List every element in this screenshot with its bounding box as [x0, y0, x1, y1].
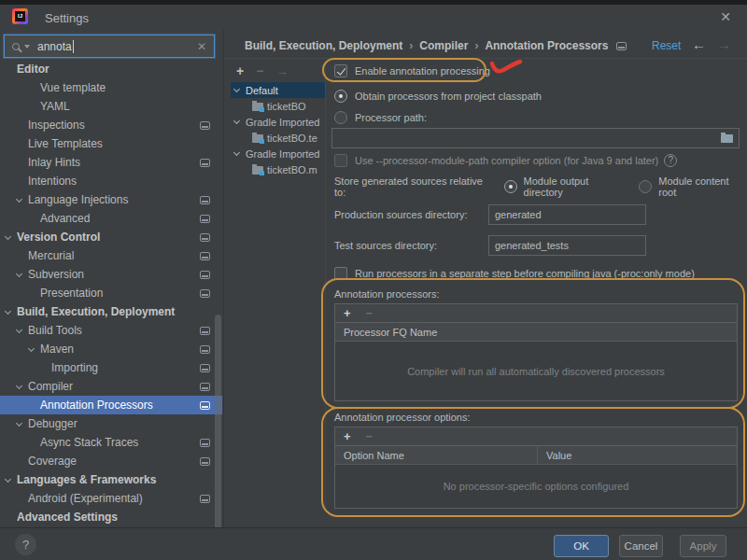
sidebar-item-advanced-settings[interactable]: Advanced Settings — [0, 508, 222, 526]
sidebar-item-label: Languages & Frameworks — [17, 473, 156, 486]
move-profile-button[interactable]: → — [275, 64, 288, 78]
sidebar-item-inlay-hints[interactable]: Inlay Hints — [0, 153, 222, 172]
jump-to-source-icon — [200, 252, 210, 260]
processors-table: + − Processor FQ Name Compiler will run … — [334, 303, 738, 401]
module-path-option-checkbox[interactable] — [334, 154, 347, 167]
module-folder-icon — [252, 166, 263, 175]
sidebar-item-label: Language Injections — [28, 193, 128, 206]
profile-item-gradle-imported[interactable]: Gradle Imported — [231, 146, 326, 161]
jump-to-source-icon — [200, 345, 210, 354]
sidebar-item-advanced[interactable]: Advanced — [0, 209, 222, 228]
sidebar-item-label: Debugger — [28, 417, 78, 430]
sidebar-item-build-tools[interactable]: Build Tools — [0, 321, 222, 340]
sidebar-item-yaml[interactable]: YAML — [0, 97, 222, 116]
browse-folder-icon[interactable] — [721, 134, 733, 143]
enable-annotation-processing-checkbox[interactable] — [334, 64, 347, 77]
sidebar-item-editor[interactable]: Editor — [0, 60, 222, 78]
breadcrumb-separator: › — [402, 39, 419, 52]
module-output-directory-radio[interactable] — [504, 180, 517, 193]
sidebar-item-label: Mercurial — [28, 249, 74, 262]
tree-item-label: Gradle Imported — [246, 148, 319, 160]
module-content-root-radio[interactable] — [639, 180, 652, 193]
obtain-from-classpath-radio[interactable] — [334, 90, 347, 103]
remove-option-button[interactable]: − — [366, 429, 374, 443]
test-sources-label: Test sources directory: — [334, 240, 437, 251]
option-name-column[interactable]: Option Name — [335, 446, 538, 464]
breadcrumb-item-compiler[interactable]: Compiler — [419, 39, 468, 52]
sidebar-item-languages-frameworks[interactable]: Languages & Frameworks — [0, 470, 222, 489]
processor-path-label: Processor path: — [355, 112, 427, 123]
sidebar-item-vue-template[interactable]: Vue template — [0, 78, 222, 97]
sidebar-item-language-injections[interactable]: Language Injections — [0, 190, 222, 209]
help-circle-icon[interactable]: ? — [664, 154, 677, 167]
profile-item-gradle-imported[interactable]: Gradle Imported — [231, 114, 326, 130]
sidebar-item-debugger[interactable]: Debugger — [0, 414, 222, 433]
sidebar-item-inspections[interactable]: Inspections — [0, 116, 222, 134]
cancel-button[interactable]: Cancel — [619, 535, 663, 557]
sidebar-item-importing[interactable]: Importing — [0, 358, 222, 377]
help-button[interactable]: ? — [15, 534, 36, 555]
tree-item-label: Gradle Imported — [246, 117, 319, 128]
sidebar-item-coverage[interactable]: Coverage — [0, 452, 222, 470]
sidebar-item-compiler[interactable]: Compiler — [0, 377, 222, 396]
profile-item-ticketbo[interactable]: ticketBO — [231, 98, 326, 114]
sidebar-item-maven[interactable]: Maven — [0, 340, 222, 358]
breadcrumb: Build, Execution, Deployment›Compiler›An… — [245, 35, 627, 56]
sidebar-item-presentation[interactable]: Presentation — [0, 284, 222, 302]
production-sources-value: generated — [495, 209, 542, 220]
add-profile-button[interactable]: + — [236, 63, 244, 78]
sidebar-item-mercurial[interactable]: Mercurial — [0, 246, 222, 265]
add-option-button[interactable]: + — [344, 429, 351, 443]
options-table-header: Option Name Value — [335, 446, 737, 465]
sidebar-item-label: Editor — [17, 63, 49, 76]
forward-arrow-icon: → — [717, 36, 731, 52]
options-table-toolbar: + − — [335, 427, 737, 446]
sidebar-divider — [223, 30, 224, 527]
sidebar-item-label: Presentation — [40, 287, 103, 300]
sidebar-item-android-experimental[interactable]: Android (Experimental) — [0, 489, 222, 508]
reset-link[interactable]: Reset — [652, 39, 681, 52]
sidebar-scrollbar[interactable] — [215, 315, 221, 541]
remove-profile-button[interactable]: − — [256, 63, 263, 78]
processor-path-radio[interactable] — [334, 111, 347, 124]
processor-fq-name-column[interactable]: Processor FQ Name — [335, 327, 437, 338]
value-column[interactable]: Value — [538, 450, 571, 461]
settings-search-field[interactable]: annota ✕ — [4, 35, 215, 58]
sidebar-item-subversion[interactable]: Subversion — [0, 265, 222, 284]
sidebar-item-label: Annotation Processors — [40, 399, 153, 412]
settings-dialog: IJ Settings ✕ annota ✕ EditorVue templat… — [0, 0, 747, 560]
jump-to-source-icon — [200, 121, 210, 130]
chevron-down-icon — [6, 311, 17, 314]
apply-button[interactable]: Apply — [680, 535, 726, 557]
search-options-arrow-icon[interactable] — [24, 45, 30, 49]
search-input-value: annota — [37, 40, 72, 53]
sidebar-item-intentions[interactable]: Intentions — [0, 172, 222, 190]
sidebar-item-build-execution-deployment[interactable]: Build, Execution, Deployment — [0, 302, 222, 321]
sidebar-item-async-stack-traces[interactable]: Async Stack Traces — [0, 433, 222, 452]
breadcrumb-item-build-execution-deployment[interactable]: Build, Execution, Deployment — [245, 39, 402, 52]
profile-item-default[interactable]: Default — [231, 82, 326, 98]
sidebar-item-version-control[interactable]: Version Control — [0, 228, 222, 246]
sidebar-item-annotation-processors[interactable]: Annotation Processors — [0, 396, 222, 414]
sidebar-item-live-templates[interactable]: Live Templates — [0, 134, 222, 153]
ok-button[interactable]: OK — [554, 535, 609, 557]
close-icon[interactable]: ✕ — [720, 9, 731, 24]
clear-search-icon[interactable]: ✕ — [197, 40, 206, 53]
profile-item-ticketbo-te[interactable]: ticketBO.te — [231, 130, 326, 146]
chevron-down-icon — [234, 152, 246, 155]
breadcrumb-item-annotation-processors[interactable]: Annotation Processors — [485, 39, 608, 52]
processor-path-input[interactable] — [331, 128, 740, 148]
production-sources-label: Production sources directory: — [334, 209, 467, 220]
sidebar-item-label: Subversion — [28, 268, 84, 281]
panel-divider — [325, 62, 326, 509]
add-processor-button[interactable]: + — [344, 306, 351, 320]
jump-to-source-icon — [200, 233, 210, 242]
remove-processor-button[interactable]: − — [366, 306, 374, 320]
production-sources-input[interactable]: generated — [488, 204, 646, 225]
test-sources-input[interactable]: generated_tests — [488, 235, 646, 256]
profile-item-ticketbo-m[interactable]: ticketBO.m — [231, 161, 326, 177]
options-table: + − Option Name Value No processor-speci… — [334, 427, 738, 509]
annotation-processors-title: Annotation processors: — [334, 288, 440, 300]
back-arrow-icon[interactable]: ← — [692, 36, 706, 52]
proc-only-checkbox[interactable] — [334, 267, 347, 280]
